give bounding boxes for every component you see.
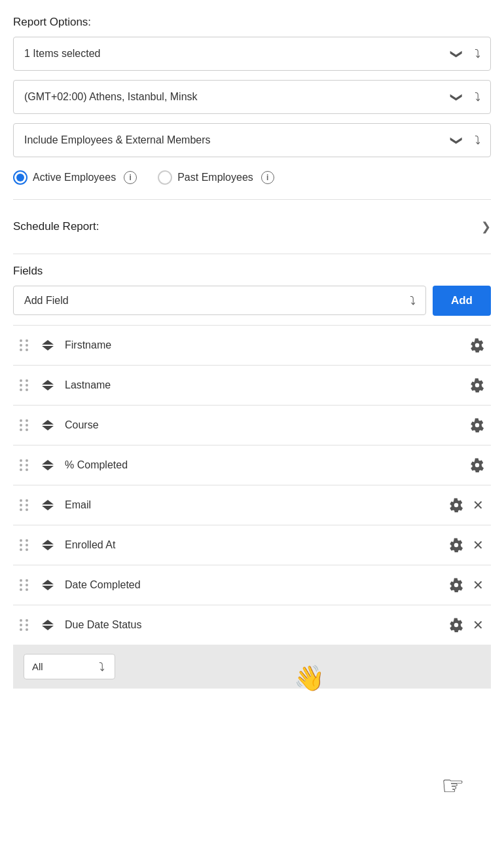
field-remove-icon[interactable]: ✕ xyxy=(470,577,486,593)
active-employees-radio-item[interactable]: Active Employees i xyxy=(13,170,137,185)
drag-handle-icon[interactable] xyxy=(18,578,31,592)
svg-marker-9 xyxy=(42,506,54,510)
report-options-label: Report Options: xyxy=(13,16,491,29)
schedule-report-row[interactable]: Schedule Report: ❯ xyxy=(13,210,491,243)
field-remove-icon[interactable]: ✕ xyxy=(470,497,486,513)
active-employees-label: Active Employees xyxy=(33,172,116,183)
add-field-row: Add Field ⤵ Add xyxy=(13,286,491,316)
drag-handle-icon[interactable] xyxy=(18,498,31,512)
drag-handle-icon[interactable] xyxy=(18,338,31,352)
timezone-value: (GMT+02:00) Athens, Istanbul, Minsk xyxy=(24,91,198,103)
items-selected-dropdown[interactable]: 1 Items selected ❯ xyxy=(13,37,491,71)
svg-marker-10 xyxy=(42,540,54,544)
svg-marker-7 xyxy=(42,466,54,470)
field-name-label: Email xyxy=(65,499,440,511)
field-name-label: Firstname xyxy=(65,339,461,351)
field-gear-icon[interactable] xyxy=(448,497,465,514)
timezone-dropdown[interactable]: (GMT+02:00) Athens, Istanbul, Minsk ❯ xyxy=(13,80,491,114)
add-field-button[interactable]: Add xyxy=(433,286,491,316)
svg-marker-1 xyxy=(42,346,54,351)
field-actions: ✕ xyxy=(448,537,486,554)
include-employees-value: Include Employees & External Members xyxy=(24,134,211,146)
field-sort-icon xyxy=(39,616,57,634)
field-row: Date Completed ✕ xyxy=(13,565,491,605)
svg-marker-14 xyxy=(42,620,54,624)
bottom-bar: All ⤵ 👋 xyxy=(13,645,491,689)
field-actions: ✕ xyxy=(448,497,486,514)
field-name-label: Enrolled At xyxy=(65,539,440,551)
drag-handle-icon[interactable] xyxy=(18,378,31,392)
divider-2 xyxy=(13,254,491,254)
field-remove-icon[interactable]: ✕ xyxy=(470,617,486,633)
include-employees-dropdown-wrapper: Include Employees & External Members ❯ ⤵ xyxy=(13,123,491,157)
field-row: Due Date Status ✕ xyxy=(13,605,491,645)
field-sort-icon xyxy=(39,456,57,474)
field-gear-icon[interactable] xyxy=(448,577,465,594)
field-name-label: Due Date Status xyxy=(65,619,440,631)
divider-1 xyxy=(13,199,491,200)
svg-marker-13 xyxy=(42,586,54,590)
field-remove-icon[interactable]: ✕ xyxy=(470,537,486,553)
field-name-label: Date Completed xyxy=(65,579,440,591)
field-row: Lastname xyxy=(13,366,491,406)
svg-marker-6 xyxy=(42,460,54,464)
employee-type-radio-group: Active Employees i Past Employees i xyxy=(13,166,491,189)
field-gear-icon[interactable] xyxy=(448,616,465,634)
include-employees-dropdown[interactable]: Include Employees & External Members ❯ xyxy=(13,123,491,157)
items-selected-value: 1 Items selected xyxy=(24,48,101,60)
fields-title: Fields xyxy=(13,265,491,278)
svg-marker-11 xyxy=(42,546,54,550)
past-employees-radio-item[interactable]: Past Employees i xyxy=(158,170,274,185)
svg-marker-15 xyxy=(42,626,54,630)
field-gear-icon[interactable] xyxy=(448,537,465,554)
field-actions: ✕ xyxy=(448,577,486,594)
svg-marker-12 xyxy=(42,580,54,584)
field-sort-icon xyxy=(39,576,57,594)
field-actions xyxy=(469,377,486,394)
bottom-dropdown-wrapper: All ⤵ 👋 xyxy=(24,654,115,679)
active-employees-info-icon[interactable]: i xyxy=(124,171,137,184)
field-row: Course xyxy=(13,406,491,445)
items-selected-dropdown-wrapper: 1 Items selected ❯ ⤵ xyxy=(13,37,491,71)
timezone-dropdown-wrapper: (GMT+02:00) Athens, Istanbul, Minsk ❯ ⤵ xyxy=(13,80,491,114)
field-sort-icon xyxy=(39,416,57,434)
drag-handle-icon[interactable] xyxy=(18,418,31,432)
drag-handle-icon[interactable] xyxy=(18,458,31,472)
past-employees-radio[interactable] xyxy=(158,170,172,185)
active-employees-radio[interactable] xyxy=(13,170,27,185)
field-list: Firstname Lastname Course % Completed Em… xyxy=(13,325,491,645)
field-sort-icon xyxy=(39,496,57,514)
field-actions xyxy=(469,457,486,474)
svg-marker-2 xyxy=(42,380,54,385)
svg-marker-0 xyxy=(42,340,54,345)
field-name-label: Lastname xyxy=(65,379,461,391)
field-row: Firstname xyxy=(13,326,491,366)
schedule-report-chevron-icon: ❯ xyxy=(481,219,491,234)
past-employees-label: Past Employees xyxy=(177,172,253,183)
add-field-dropdown[interactable]: Add Field xyxy=(13,286,426,315)
field-actions: ✕ xyxy=(448,616,486,634)
field-gear-icon[interactable] xyxy=(469,377,486,394)
field-row: % Completed xyxy=(13,445,491,485)
schedule-report-label: Schedule Report: xyxy=(13,220,99,233)
field-gear-icon[interactable] xyxy=(469,417,486,434)
add-field-dropdown-wrapper: Add Field ⤵ xyxy=(13,286,426,316)
field-row: Enrolled At ✕ xyxy=(13,525,491,565)
field-gear-icon[interactable] xyxy=(469,457,486,474)
past-employees-info-icon[interactable]: i xyxy=(261,171,274,184)
field-sort-icon xyxy=(39,336,57,354)
svg-marker-3 xyxy=(42,386,54,390)
drag-handle-icon[interactable] xyxy=(18,618,31,632)
svg-marker-5 xyxy=(42,426,54,430)
drag-handle-icon[interactable] xyxy=(18,538,31,552)
bottom-filter-dropdown[interactable]: All xyxy=(24,654,115,679)
field-sort-icon xyxy=(39,376,57,394)
cursor-hand-icon: 👋 xyxy=(294,664,325,692)
field-sort-icon xyxy=(39,536,57,554)
field-row: Email ✕ xyxy=(13,485,491,525)
field-gear-icon[interactable] xyxy=(469,337,486,354)
field-actions xyxy=(469,337,486,354)
fields-section: Fields Add Field ⤵ Add Firstname Lastnam… xyxy=(13,265,491,645)
svg-marker-4 xyxy=(42,420,54,425)
svg-marker-8 xyxy=(42,500,54,504)
